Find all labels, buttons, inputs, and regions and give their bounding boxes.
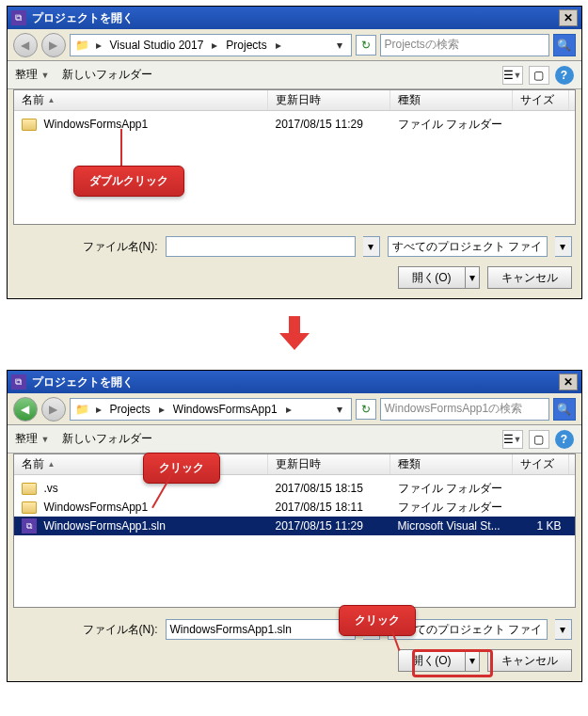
nav-bar: ◀ ▶ 📁 ▸ Visual Studio 2017 ▸ Projects ▸ … (8, 29, 581, 61)
folder-icon: 📁 (74, 37, 91, 54)
chevron-icon[interactable]: ▸ (91, 39, 106, 52)
sln-icon: ⧉ (22, 518, 37, 533)
chevron-down-icon: ▼ (41, 435, 50, 444)
folder-icon (22, 501, 37, 514)
breadcrumb[interactable]: 📁 ▸ Projects ▸ WindowsFormsApp1 ▸ ▾ (70, 398, 352, 421)
filter-select[interactable]: すべてのプロジェクト ファイ (388, 236, 548, 257)
col-date[interactable]: 更新日時 (268, 454, 390, 474)
search-input[interactable]: WindowsFormsApp1の検索 (380, 398, 549, 421)
file-row[interactable]: ⧉WindowsFormsApp1.sln2017/08/15 11:29Mic… (14, 517, 575, 535)
help-button[interactable]: ? (555, 66, 574, 85)
titlebar[interactable]: ⧉ プロジェクトを開く ✕ (8, 7, 581, 29)
col-date-label: 更新日時 (276, 92, 321, 108)
file-date: 2017/08/15 11:29 (276, 519, 363, 533)
cancel-button[interactable]: キャンセル (487, 266, 572, 289)
open-button-group: 開く(O) ▾ (398, 649, 479, 672)
file-date: 2017/08/15 18:11 (276, 501, 363, 514)
col-size[interactable]: サイズ (513, 90, 569, 110)
search-button[interactable]: 🔍 (553, 398, 576, 421)
filename-value: WindowsFormsApp1.sln (170, 623, 292, 636)
sort-asc-icon: ▲ (48, 96, 56, 104)
file-type: ファイル フォルダー (398, 481, 502, 497)
breadcrumb-dropdown[interactable]: ▾ (332, 39, 347, 52)
file-row[interactable]: WindowsFormsApp12017/08/15 11:29ファイル フォル… (14, 115, 575, 134)
filename-input[interactable] (166, 236, 356, 257)
filename-label: ファイル名(N): (17, 239, 158, 255)
view-button[interactable]: ☰▼ (502, 66, 523, 85)
callout-doubleclick: ダブルクリック (73, 166, 184, 197)
open-split-button[interactable]: ▾ (465, 266, 480, 289)
chevron-icon[interactable]: ▸ (91, 403, 106, 416)
titlebar[interactable]: ⧉ プロジェクトを開く ✕ (8, 371, 581, 393)
col-name[interactable]: 名前▲ (14, 90, 268, 110)
search-button[interactable]: 🔍 (553, 34, 576, 56)
breadcrumb-seg[interactable]: Projects (106, 403, 154, 416)
folder-icon (22, 483, 37, 495)
breadcrumb[interactable]: 📁 ▸ Visual Studio 2017 ▸ Projects ▸ ▾ (70, 34, 352, 56)
refresh-button[interactable]: ↻ (356, 35, 376, 56)
file-name: WindowsFormsApp1 (44, 501, 149, 514)
new-folder-button[interactable]: 新しいフォルダー (62, 67, 152, 83)
col-name[interactable]: 名前▲ (14, 454, 268, 474)
organize-menu[interactable]: 整理▼ (15, 67, 50, 83)
breadcrumb-dropdown[interactable]: ▾ (332, 403, 347, 416)
preview-button[interactable]: ▢ (529, 66, 549, 85)
close-button[interactable]: ✕ (559, 9, 578, 26)
back-button[interactable]: ◀ (13, 397, 38, 422)
column-headers: 名前▲ 更新日時 種類 サイズ (14, 90, 575, 111)
file-date: 2017/08/15 18:15 (276, 482, 363, 495)
new-folder-button[interactable]: 新しいフォルダー (62, 431, 152, 447)
file-type: Microsoft Visual St... (398, 519, 501, 533)
chevron-icon[interactable]: ▸ (154, 403, 169, 416)
open-button[interactable]: 開く(O) (398, 266, 464, 289)
breadcrumb-seg[interactable]: Projects (222, 39, 270, 52)
col-date[interactable]: 更新日時 (268, 90, 390, 110)
filter-dropdown[interactable]: ▾ (555, 619, 572, 640)
vs-icon: ⧉ (11, 374, 26, 390)
view-button[interactable]: ☰▼ (502, 430, 523, 449)
organize-menu[interactable]: 整理▼ (15, 431, 50, 447)
toolbar: 整理▼ 新しいフォルダー ☰▼ ▢ ? (8, 425, 581, 453)
forward-button[interactable]: ▶ (41, 397, 66, 422)
open-button-group: 開く(O) ▾ (398, 266, 479, 289)
folder-icon: 📁 (74, 401, 91, 418)
breadcrumb-seg[interactable]: WindowsFormsApp1 (169, 403, 281, 416)
filename-dropdown[interactable]: ▾ (363, 236, 380, 257)
forward-button[interactable]: ▶ (41, 33, 66, 57)
chevron-icon[interactable]: ▸ (281, 403, 296, 416)
breadcrumb-seg[interactable]: Visual Studio 2017 (106, 39, 208, 52)
col-type[interactable]: 種類 (390, 90, 513, 110)
close-button[interactable]: ✕ (559, 374, 578, 390)
new-folder-label: 新しいフォルダー (62, 431, 152, 447)
open-button[interactable]: 開く(O) (398, 649, 464, 672)
file-row[interactable]: .vs2017/08/15 18:15ファイル フォルダー (14, 479, 575, 498)
filter-dropdown[interactable]: ▾ (555, 236, 572, 257)
file-date: 2017/08/15 11:29 (276, 118, 363, 131)
dialog-footer: ファイル名(N): WindowsFormsApp1.sln ▾ すべてのプロジ… (8, 608, 581, 681)
help-button[interactable]: ? (555, 430, 574, 449)
new-folder-label: 新しいフォルダー (62, 67, 152, 83)
file-row[interactable]: WindowsFormsApp12017/08/15 18:11ファイル フォル… (14, 498, 575, 517)
filename-label: ファイル名(N): (17, 622, 158, 638)
open-project-dialog-1: ⧉ プロジェクトを開く ✕ ◀ ▶ 📁 ▸ Visual Studio 2017… (7, 6, 582, 299)
back-button[interactable]: ◀ (13, 33, 38, 57)
refresh-button[interactable]: ↻ (356, 399, 376, 420)
folder-icon (22, 119, 37, 131)
chevron-icon[interactable]: ▸ (271, 39, 286, 52)
file-list[interactable]: .vs2017/08/15 18:15ファイル フォルダーWindowsForm… (14, 475, 575, 607)
file-type: ファイル フォルダー (398, 500, 502, 516)
col-size-label: サイズ (520, 92, 554, 108)
chevron-icon[interactable]: ▸ (207, 39, 222, 52)
filename-input[interactable]: WindowsFormsApp1.sln (166, 619, 356, 640)
col-name-label: 名前 (22, 92, 44, 108)
file-list-area: 名前▲ 更新日時 種類 サイズ WindowsFormsApp12017/08/… (13, 89, 576, 225)
preview-button[interactable]: ▢ (529, 430, 549, 449)
col-size[interactable]: サイズ (513, 454, 569, 474)
cancel-button[interactable]: キャンセル (487, 649, 572, 672)
col-type[interactable]: 種類 (390, 454, 513, 474)
open-split-button[interactable]: ▾ (465, 649, 480, 672)
search-input[interactable]: Projectsの検索 (380, 34, 549, 56)
file-name: WindowsFormsApp1.sln (44, 519, 166, 533)
column-headers: 名前▲ 更新日時 種類 サイズ (14, 454, 575, 475)
open-label: 開く(O) (412, 270, 451, 286)
